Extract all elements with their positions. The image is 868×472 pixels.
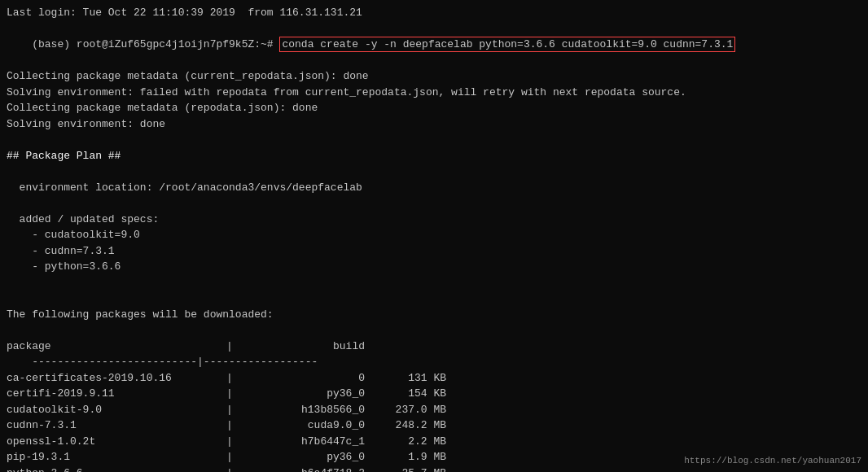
col-sep: |: [226, 434, 243, 450]
blank1: [7, 132, 861, 148]
pkg-build: 0: [243, 370, 365, 387]
blank4: [7, 275, 861, 291]
pkg-name: pip-19.3.1: [7, 449, 226, 465]
table-divider: --------------------------|-------------…: [7, 354, 861, 370]
col-sep: |: [226, 402, 243, 418]
packages-download-header: The following packages will be downloade…: [7, 307, 861, 323]
table-row: certifi-2019.9.11 | py36_0 154 KB: [7, 386, 861, 402]
col-sep: |: [226, 339, 243, 355]
table-row: openssl-1.0.2t | h7b6447c_1 2.2 MB: [7, 434, 861, 450]
added-specs-header: added / updated specs:: [7, 212, 861, 228]
pkg-size: 154 KB: [365, 386, 446, 402]
watermark: https://blog.csdn.net/yaohuan2017: [684, 456, 861, 465]
pkg-size: 25.7 MB: [365, 465, 446, 473]
prompt-text: (base) root@iZuf65gpc4j1oijn7pf9k5Z:~#: [32, 38, 279, 50]
solving-env-done: Solving environment: done: [7, 116, 861, 133]
pkg-build: h13b8566_0: [243, 402, 365, 418]
pkg-build: py36_0: [243, 449, 365, 465]
pkg-name: openssl-1.0.2t: [7, 434, 226, 450]
command-text: conda create -y -n deepfacelab python=3.…: [279, 37, 735, 52]
col-sep: |: [226, 386, 243, 402]
table-header-row: package | build: [7, 339, 861, 355]
spec-cudatoolkit: - cudatoolkit=9.0: [7, 227, 861, 243]
pkg-build: h7b6447c_1: [243, 434, 365, 450]
pkg-build: py36_0: [243, 386, 365, 402]
collecting-metadata: Collecting package metadata (current_rep…: [7, 68, 861, 85]
blank6: [7, 322, 861, 339]
command-line: (base) root@iZuf65gpc4j1oijn7pf9k5Z:~# c…: [7, 21, 861, 69]
collecting-repodata: Collecting package metadata (repodata.js…: [7, 100, 861, 116]
login-line: Last login: Tue Oct 22 11:10:39 2019 fro…: [7, 5, 861, 21]
terminal-window: Last login: Tue Oct 22 11:10:39 2019 fro…: [0, 0, 868, 472]
pkg-size: 248.2 MB: [365, 417, 446, 434]
pkg-size: 237.0 MB: [365, 402, 446, 418]
pkg-name: cudatoolkit-9.0: [7, 402, 226, 418]
table-row: ca-certificates-2019.10.16 | 0 131 KB: [7, 370, 861, 387]
blank3: [7, 195, 861, 212]
blank5: [7, 291, 861, 307]
col-header-package: package: [7, 339, 226, 355]
col-header-size: [365, 339, 446, 355]
pkg-name: cudnn-7.3.1: [7, 417, 226, 434]
pkg-name: certifi-2019.9.11: [7, 386, 226, 402]
pkg-build: h6e4f718_2: [243, 465, 365, 473]
pkg-name: python-3.6.6: [7, 465, 226, 473]
pkg-size: 1.9 MB: [365, 449, 446, 465]
col-sep: |: [226, 465, 243, 473]
blank2: [7, 164, 861, 180]
pkg-size: 131 KB: [365, 370, 446, 387]
col-sep: |: [226, 449, 243, 465]
col-sep: |: [226, 417, 243, 434]
col-header-build: build: [243, 339, 365, 355]
pkg-build: cuda9.0_0: [243, 417, 365, 434]
table-row: cudnn-7.3.1 | cuda9.0_0 248.2 MB: [7, 417, 861, 434]
col-sep: |: [226, 370, 243, 387]
pkg-size: 2.2 MB: [365, 434, 446, 450]
solving-env-warning: Solving environment: failed with repodat…: [7, 85, 861, 101]
pkg-name: ca-certificates-2019.10.16: [7, 370, 226, 387]
spec-python: - python=3.6.6: [7, 259, 861, 275]
table-row: python-3.6.6 | h6e4f718_2 25.7 MB: [7, 465, 861, 473]
table-row: cudatoolkit-9.0 | h13b8566_0 237.0 MB: [7, 402, 861, 418]
package-plan-header: ## Package Plan ##: [7, 148, 861, 164]
env-location: environment location: /root/anaconda3/en…: [7, 180, 861, 196]
spec-cudnn: - cudnn=7.3.1: [7, 243, 861, 260]
